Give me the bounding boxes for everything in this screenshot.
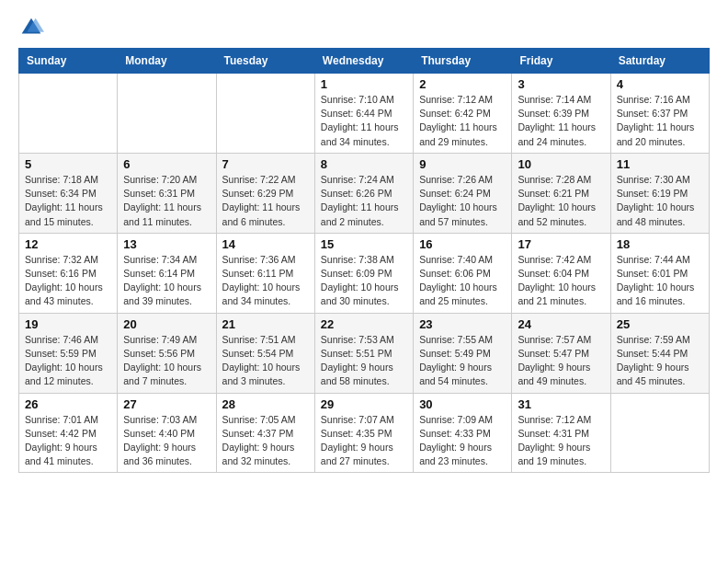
- calendar-cell: 31Sunrise: 7:12 AMSunset: 4:31 PMDayligh…: [512, 393, 610, 473]
- day-info: Sunrise: 7:16 AMSunset: 6:37 PMDaylight:…: [617, 93, 703, 149]
- calendar-cell: 30Sunrise: 7:09 AMSunset: 4:33 PMDayligh…: [414, 393, 512, 473]
- day-number: 25: [617, 317, 703, 331]
- calendar-week-row: 26Sunrise: 7:01 AMSunset: 4:42 PMDayligh…: [19, 393, 710, 473]
- day-number: 23: [419, 317, 506, 331]
- day-info: Sunrise: 7:42 AMSunset: 6:04 PMDaylight:…: [518, 253, 604, 309]
- day-header: Sunday: [19, 49, 118, 74]
- day-number: 12: [25, 237, 111, 251]
- day-info: Sunrise: 7:10 AMSunset: 6:44 PMDaylight:…: [321, 93, 407, 149]
- calendar-week-row: 19Sunrise: 7:46 AMSunset: 5:59 PMDayligh…: [19, 313, 710, 393]
- calendar-cell: 15Sunrise: 7:38 AMSunset: 6:09 PMDayligh…: [314, 233, 413, 313]
- day-info: Sunrise: 7:59 AMSunset: 5:44 PMDaylight:…: [617, 333, 703, 389]
- day-number: 29: [321, 397, 407, 411]
- day-info: Sunrise: 7:12 AMSunset: 6:42 PMDaylight:…: [419, 93, 506, 149]
- day-info: Sunrise: 7:26 AMSunset: 6:24 PMDaylight:…: [419, 173, 506, 229]
- calendar-cell: 27Sunrise: 7:03 AMSunset: 4:40 PMDayligh…: [118, 393, 216, 473]
- day-info: Sunrise: 7:53 AMSunset: 5:51 PMDaylight:…: [321, 333, 407, 389]
- header-row: SundayMondayTuesdayWednesdayThursdayFrid…: [19, 49, 710, 74]
- day-number: 3: [518, 77, 604, 91]
- day-number: 4: [617, 77, 703, 91]
- calendar-cell: 13Sunrise: 7:34 AMSunset: 6:14 PMDayligh…: [118, 233, 216, 313]
- day-number: 19: [25, 317, 111, 331]
- calendar: SundayMondayTuesdayWednesdayThursdayFrid…: [18, 48, 710, 473]
- day-number: 22: [321, 317, 407, 331]
- day-header: Tuesday: [216, 49, 314, 74]
- day-info: Sunrise: 7:03 AMSunset: 4:40 PMDaylight:…: [123, 413, 210, 469]
- day-number: 5: [25, 157, 111, 171]
- day-info: Sunrise: 7:12 AMSunset: 4:31 PMDaylight:…: [518, 413, 604, 469]
- day-info: Sunrise: 7:46 AMSunset: 5:59 PMDaylight:…: [25, 333, 111, 389]
- day-number: 20: [123, 317, 210, 331]
- calendar-cell: 24Sunrise: 7:57 AMSunset: 5:47 PMDayligh…: [512, 313, 610, 393]
- day-number: 26: [25, 397, 111, 411]
- day-info: Sunrise: 7:40 AMSunset: 6:06 PMDaylight:…: [419, 253, 506, 309]
- day-info: Sunrise: 7:01 AMSunset: 4:42 PMDaylight:…: [25, 413, 111, 469]
- day-number: 6: [123, 157, 210, 171]
- day-number: 30: [419, 397, 506, 411]
- calendar-cell: 22Sunrise: 7:53 AMSunset: 5:51 PMDayligh…: [314, 313, 413, 393]
- day-info: Sunrise: 7:28 AMSunset: 6:21 PMDaylight:…: [518, 173, 604, 229]
- day-info: Sunrise: 7:05 AMSunset: 4:37 PMDaylight:…: [222, 413, 309, 469]
- day-header: Saturday: [610, 49, 709, 74]
- day-header: Wednesday: [314, 49, 413, 74]
- day-header: Thursday: [414, 49, 512, 74]
- calendar-cell: 3Sunrise: 7:14 AMSunset: 6:39 PMDaylight…: [512, 74, 610, 154]
- day-number: 27: [123, 397, 210, 411]
- day-info: Sunrise: 7:55 AMSunset: 5:49 PMDaylight:…: [419, 333, 506, 389]
- calendar-cell: [610, 393, 709, 473]
- day-number: 28: [222, 397, 309, 411]
- calendar-cell: [19, 74, 118, 154]
- day-number: 2: [419, 77, 506, 91]
- calendar-cell: 12Sunrise: 7:32 AMSunset: 6:16 PMDayligh…: [19, 233, 118, 313]
- day-info: Sunrise: 7:20 AMSunset: 6:31 PMDaylight:…: [123, 173, 210, 229]
- calendar-week-row: 12Sunrise: 7:32 AMSunset: 6:16 PMDayligh…: [19, 233, 710, 313]
- header: [18, 15, 710, 40]
- calendar-cell: 25Sunrise: 7:59 AMSunset: 5:44 PMDayligh…: [610, 313, 709, 393]
- calendar-cell: 29Sunrise: 7:07 AMSunset: 4:35 PMDayligh…: [314, 393, 413, 473]
- calendar-cell: 21Sunrise: 7:51 AMSunset: 5:54 PMDayligh…: [216, 313, 314, 393]
- day-number: 11: [617, 157, 703, 171]
- day-number: 18: [617, 237, 703, 251]
- calendar-week-row: 1Sunrise: 7:10 AMSunset: 6:44 PMDaylight…: [19, 74, 710, 154]
- day-number: 17: [518, 237, 604, 251]
- calendar-cell: 7Sunrise: 7:22 AMSunset: 6:29 PMDaylight…: [216, 153, 314, 233]
- day-number: 16: [419, 237, 506, 251]
- day-number: 10: [518, 157, 604, 171]
- day-number: 31: [518, 397, 604, 411]
- calendar-cell: 18Sunrise: 7:44 AMSunset: 6:01 PMDayligh…: [610, 233, 709, 313]
- calendar-week-row: 5Sunrise: 7:18 AMSunset: 6:34 PMDaylight…: [19, 153, 710, 233]
- calendar-cell: 17Sunrise: 7:42 AMSunset: 6:04 PMDayligh…: [512, 233, 610, 313]
- calendar-cell: 2Sunrise: 7:12 AMSunset: 6:42 PMDaylight…: [414, 74, 512, 154]
- logo-icon: [18, 15, 44, 40]
- day-number: 15: [321, 237, 407, 251]
- day-header: Monday: [118, 49, 216, 74]
- calendar-cell: 26Sunrise: 7:01 AMSunset: 4:42 PMDayligh…: [19, 393, 118, 473]
- calendar-cell: 9Sunrise: 7:26 AMSunset: 6:24 PMDaylight…: [414, 153, 512, 233]
- day-info: Sunrise: 7:51 AMSunset: 5:54 PMDaylight:…: [222, 333, 309, 389]
- calendar-cell: 14Sunrise: 7:36 AMSunset: 6:11 PMDayligh…: [216, 233, 314, 313]
- day-number: 7: [222, 157, 309, 171]
- day-number: 9: [419, 157, 506, 171]
- day-info: Sunrise: 7:30 AMSunset: 6:19 PMDaylight:…: [617, 173, 703, 229]
- day-number: 21: [222, 317, 309, 331]
- calendar-cell: 16Sunrise: 7:40 AMSunset: 6:06 PMDayligh…: [414, 233, 512, 313]
- day-info: Sunrise: 7:24 AMSunset: 6:26 PMDaylight:…: [321, 173, 407, 229]
- day-info: Sunrise: 7:36 AMSunset: 6:11 PMDaylight:…: [222, 253, 309, 309]
- day-number: 24: [518, 317, 604, 331]
- day-number: 14: [222, 237, 309, 251]
- day-info: Sunrise: 7:09 AMSunset: 4:33 PMDaylight:…: [419, 413, 506, 469]
- day-number: 8: [321, 157, 407, 171]
- calendar-cell: 10Sunrise: 7:28 AMSunset: 6:21 PMDayligh…: [512, 153, 610, 233]
- day-info: Sunrise: 7:34 AMSunset: 6:14 PMDaylight:…: [123, 253, 210, 309]
- calendar-cell: 19Sunrise: 7:46 AMSunset: 5:59 PMDayligh…: [19, 313, 118, 393]
- day-number: 1: [321, 77, 407, 91]
- day-info: Sunrise: 7:38 AMSunset: 6:09 PMDaylight:…: [321, 253, 407, 309]
- calendar-cell: 11Sunrise: 7:30 AMSunset: 6:19 PMDayligh…: [610, 153, 709, 233]
- day-info: Sunrise: 7:49 AMSunset: 5:56 PMDaylight:…: [123, 333, 210, 389]
- day-number: 13: [123, 237, 210, 251]
- day-info: Sunrise: 7:57 AMSunset: 5:47 PMDaylight:…: [518, 333, 604, 389]
- calendar-cell: [216, 74, 314, 154]
- day-info: Sunrise: 7:14 AMSunset: 6:39 PMDaylight:…: [518, 93, 604, 149]
- day-info: Sunrise: 7:32 AMSunset: 6:16 PMDaylight:…: [25, 253, 111, 309]
- calendar-cell: 8Sunrise: 7:24 AMSunset: 6:26 PMDaylight…: [314, 153, 413, 233]
